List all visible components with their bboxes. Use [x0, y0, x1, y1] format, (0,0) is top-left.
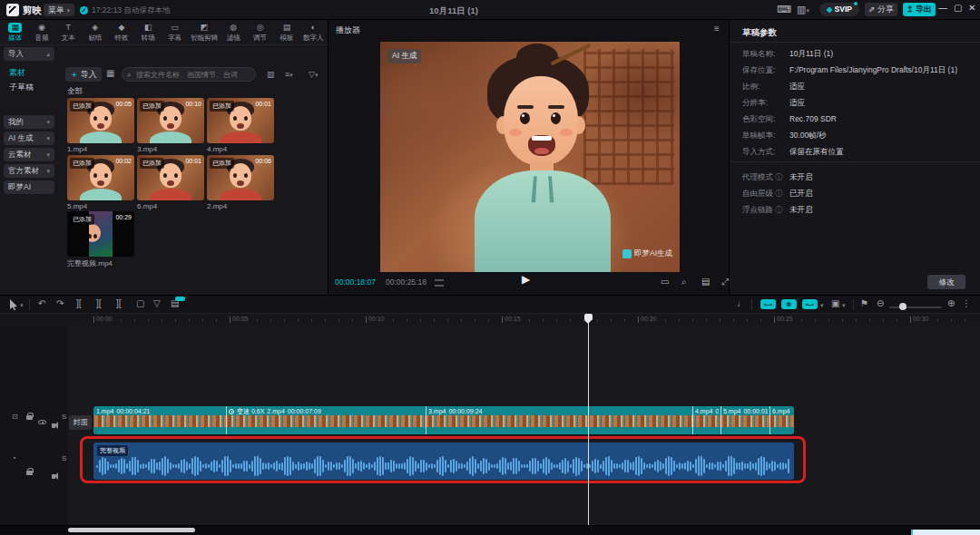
- playhead-handle[interactable]: [584, 314, 593, 320]
- adjust-icon: ◎: [257, 23, 264, 33]
- search-input[interactable]: [134, 70, 243, 80]
- sidebar-item-material[interactable]: 素材: [9, 67, 25, 79]
- ruler-tick: [230, 316, 230, 323]
- sort-icon[interactable]: ≡▾: [285, 70, 293, 79]
- solo-track-button[interactable]: S: [62, 413, 66, 421]
- display-quality-icon[interactable]: ▭: [661, 277, 669, 287]
- mask-icon[interactable]: ▽: [153, 298, 161, 308]
- divider: [853, 299, 854, 310]
- timeline-zoom-handle[interactable]: [899, 303, 906, 310]
- pointer-tool-icon[interactable]: [9, 299, 18, 310]
- video-preview[interactable]: AI 生成 即梦AI生成: [380, 42, 680, 272]
- ruler-tick: [611, 319, 612, 322]
- time-ruler[interactable]: 00:0000:0500:1000:1500:2000:2500:30: [68, 314, 980, 326]
- param-label: 自由层级 ⓘ: [742, 189, 782, 199]
- play-button[interactable]: ▶: [522, 273, 530, 286]
- media-item[interactable]: 已添加00:051.mp4: [67, 98, 134, 153]
- sidebar-group-2[interactable]: AI 生成▾: [4, 131, 54, 145]
- maximize-button[interactable]: ▢: [954, 3, 962, 13]
- horizontal-scrollbar[interactable]: [68, 528, 195, 532]
- search-box[interactable]: ⌕: [122, 67, 256, 82]
- trim-left-icon[interactable]: ][: [96, 298, 102, 308]
- close-button[interactable]: ✕: [968, 3, 975, 13]
- ribbon-tab-adjust[interactable]: ◎调节: [250, 23, 271, 43]
- modify-button[interactable]: 修改: [927, 275, 965, 289]
- timeline-zoom-slider[interactable]: [889, 306, 942, 308]
- ribbon-tab-text[interactable]: T文本: [57, 23, 79, 43]
- ribbon-tab-filter[interactable]: ◍滤镜: [222, 23, 244, 43]
- media-item[interactable]: 已添加00:103.mp4: [137, 98, 204, 153]
- smart-snap-toggle[interactable]: ✲: [781, 299, 797, 309]
- filter-icon[interactable]: ▽▾: [309, 70, 318, 79]
- playhead-line[interactable]: [588, 314, 589, 525]
- sidebar-group-3[interactable]: 云素材▾: [4, 148, 54, 161]
- lock-track-icon[interactable]: [26, 415, 33, 420]
- svip-badge[interactable]: ◆ SVIP: [819, 3, 859, 16]
- shortcut-keyboard-icon[interactable]: ⌨: [777, 4, 791, 15]
- ruler-tick: [570, 319, 571, 322]
- media-item[interactable]: 已添加00:025.mp4: [67, 155, 134, 210]
- export-button[interactable]: ↥ 导出: [903, 3, 936, 16]
- media-icon: ▦: [8, 23, 22, 33]
- ribbon-tab-template[interactable]: ▤模板: [276, 23, 298, 43]
- character-mouth: [167, 180, 174, 186]
- ribbon-tab-digital-human[interactable]: ◐数字人: [302, 23, 324, 43]
- ribbon-tab-captions[interactable]: ▭字幕: [164, 23, 186, 43]
- record-audio-icon[interactable]: ♩: [737, 298, 746, 308]
- ribbon-tab-media[interactable]: ▦媒体: [5, 23, 26, 43]
- track-options-icon[interactable]: ▣: [831, 298, 839, 308]
- fullscreen-icon[interactable]: ⤢: [721, 277, 729, 287]
- thumbnail-size-icon[interactable]: ▥: [267, 70, 275, 79]
- duration-badge: 00:29: [115, 214, 132, 220]
- draft-layout-icon[interactable]: [435, 279, 444, 287]
- ratio-icon[interactable]: ▤: [701, 277, 710, 287]
- split-icon[interactable]: ][: [76, 298, 82, 308]
- ruler-tick: [747, 319, 748, 322]
- import-media-button[interactable]: ＋ 导入: [65, 67, 102, 82]
- zoom-out-icon[interactable]: ⊖: [877, 298, 884, 308]
- ribbon-tab-smart-edit[interactable]: ◩智能剪辑: [191, 23, 218, 43]
- sidebar-item-subdraft[interactable]: 子草稿: [9, 82, 34, 93]
- share-button[interactable]: ⇗ 分享: [865, 3, 897, 16]
- preview-flag-icon[interactable]: ⚑: [860, 298, 868, 308]
- minimize-button[interactable]: —: [938, 3, 947, 13]
- sidebar-group-4[interactable]: 官方素材▾: [4, 164, 54, 178]
- param-value: 适应: [789, 98, 975, 109]
- menu-button[interactable]: 菜单 ▾: [44, 4, 74, 16]
- hide-track-icon[interactable]: [38, 420, 46, 424]
- ribbon-tab-effects[interactable]: ◆特效: [111, 23, 132, 43]
- sidebar-group-5[interactable]: 即梦AI: [4, 180, 54, 194]
- sidebar-group-import[interactable]: 导入▴: [4, 47, 54, 61]
- ribbon-tab-audio[interactable]: ◉音频: [31, 23, 53, 43]
- redo-icon[interactable]: ↷: [56, 298, 64, 308]
- trim-right-icon[interactable]: ][: [116, 298, 122, 308]
- ribbon-tab-sticker[interactable]: ◈贴纸: [84, 23, 106, 43]
- media-item[interactable]: 已添加00:014.mp4: [207, 98, 274, 153]
- player-menu-icon[interactable]: ≡: [714, 24, 720, 34]
- solo-track-button[interactable]: S: [62, 454, 66, 462]
- more-options-icon[interactable]: ⋮: [962, 298, 971, 308]
- layout-icon[interactable]: ▥▾: [797, 4, 809, 15]
- sidebar-group-1[interactable]: 我的▾: [4, 115, 54, 129]
- zoom-in-icon[interactable]: ⊕: [947, 298, 955, 308]
- mute-track-icon[interactable]: [52, 423, 55, 428]
- link-toggle[interactable]: •–•: [802, 299, 818, 309]
- video-track-clip-group[interactable]: 1.mp400:00:04:21变速 0.6X2.mp400:00:07:093…: [93, 406, 794, 434]
- cover-button[interactable]: 封面: [69, 415, 92, 430]
- delete-icon[interactable]: ▢: [136, 298, 144, 308]
- duration-badge: 00:01: [185, 158, 201, 164]
- param-value: 保留在原有位置: [789, 147, 975, 158]
- ribbon-tab-transition[interactable]: ◧转场: [137, 23, 159, 43]
- preview-zoom-icon[interactable]: ⌕: [681, 277, 687, 287]
- param-value: 适应: [789, 82, 975, 92]
- undo-icon[interactable]: ↶: [38, 298, 45, 308]
- snap-toggle[interactable]: •–•: [760, 299, 776, 309]
- media-item[interactable]: 已添加00:062.mp4: [207, 155, 274, 210]
- grid-view-icon[interactable]: ▦: [106, 68, 114, 78]
- character-mouth: [237, 180, 244, 186]
- ruler-tick: [883, 319, 884, 322]
- media-item[interactable]: 已添加00:016.mp4: [137, 155, 204, 210]
- media-item[interactable]: 已添加00:29完整视频.mp4: [67, 211, 134, 268]
- lock-track-icon[interactable]: [26, 471, 33, 475]
- mute-track-icon[interactable]: [52, 474, 55, 479]
